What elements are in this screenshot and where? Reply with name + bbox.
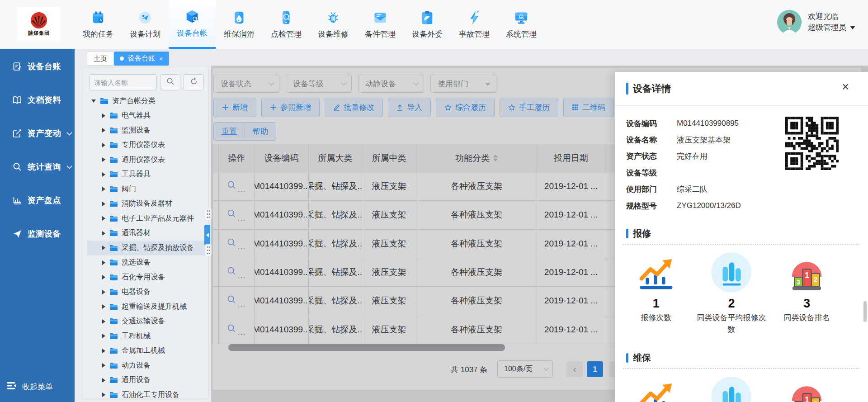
top-nav-item[interactable]: 系统管理 <box>498 0 545 49</box>
tree-node[interactable]: 电子工业产品及元器件 <box>87 211 206 226</box>
magnifier-icon[interactable] <box>227 238 236 250</box>
page-size-select[interactable]: 100条/页 <box>497 360 553 378</box>
sidebar-item-label: 统计查询 <box>28 161 61 172</box>
help-button[interactable]: 帮助 <box>245 123 276 140</box>
tree-node[interactable]: 通讯器材 <box>87 226 206 241</box>
tree-node[interactable]: 阀门 <box>87 182 206 197</box>
magnifier-icon[interactable] <box>227 266 236 278</box>
toolbar-button[interactable]: 批量修改 <box>325 98 383 117</box>
sidebar-item[interactable]: 文档资料 <box>0 83 75 117</box>
top-nav-item[interactable]: 设备外委 <box>404 0 451 49</box>
top-nav-item[interactable]: 备件管理 <box>357 0 404 49</box>
chevron-down-icon <box>66 163 72 169</box>
magnifier-icon[interactable] <box>227 209 236 221</box>
caret-right-icon <box>102 290 105 294</box>
toolbar-button[interactable]: 新增 <box>213 98 256 117</box>
magnifier-icon[interactable] <box>227 324 236 336</box>
tree-node[interactable]: 电器设备 <box>87 285 206 300</box>
more-actions-icon[interactable]: ... <box>237 328 245 337</box>
filter-select[interactable]: 设备等级 <box>286 75 352 93</box>
tree-node[interactable]: 工程机械 <box>87 329 206 344</box>
tree-node[interactable]: 消防设备及器材 <box>87 197 206 212</box>
tree-node[interactable]: 金属加工机械 <box>87 344 206 359</box>
collapse-menu-button[interactable]: 收起菜单 <box>7 382 53 392</box>
toolbar-button[interactable]: 综合履历 <box>436 98 495 117</box>
tree-node[interactable]: 洗选设备 <box>87 255 206 270</box>
more-actions-icon[interactable]: ... <box>237 185 245 194</box>
search-icon <box>12 161 23 172</box>
plan-icon <box>137 9 153 26</box>
cell-major-class: 采掘、钻探及... <box>309 201 362 229</box>
sort-icon[interactable] <box>493 155 498 161</box>
close-icon[interactable]: × <box>159 55 163 62</box>
filter-select[interactable]: 使用部门 <box>430 75 496 93</box>
panel-collapse-arrow[interactable] <box>204 225 210 246</box>
filter-select[interactable]: 动静设备 <box>358 75 424 93</box>
tree-node[interactable]: 石化专用设备 <box>87 270 206 285</box>
reset-button[interactable]: 重置 <box>214 123 245 140</box>
drawer-title: 设备详情 <box>633 82 671 95</box>
user-menu-caret-icon[interactable] <box>850 26 855 29</box>
more-actions-icon[interactable]: ... <box>237 213 245 223</box>
toolbar-button[interactable]: 二维码 <box>563 98 614 117</box>
tree-node[interactable]: 电气器具 <box>87 109 206 123</box>
drawer-scrollbar[interactable] <box>863 301 867 322</box>
horizontal-scrollbar[interactable] <box>228 344 505 351</box>
user-area[interactable]: 欢迎光临 超级管理员 <box>777 10 855 34</box>
top-nav-item[interactable]: 设备台帐 <box>169 0 216 49</box>
tab-equipment-ledger[interactable]: 设备台账 × <box>114 52 169 66</box>
tree-node[interactable]: 工具器具 <box>87 167 206 182</box>
top-nav-item[interactable]: 我的任务 <box>75 0 122 49</box>
top-nav-item[interactable]: 维保润滑 <box>216 0 263 49</box>
toolbar-button[interactable]: 参照新增 <box>261 98 320 117</box>
tree-node[interactable]: 交通运输设备 <box>87 314 206 329</box>
tree-node[interactable]: 监测设备 <box>87 123 206 138</box>
plus-icon <box>270 104 277 111</box>
splitter-handle[interactable] <box>205 244 212 256</box>
col-header-function-class[interactable]: 功能分类 <box>416 144 537 172</box>
top-nav-item[interactable]: 事故管理 <box>451 0 498 49</box>
cell-mid-class: 液压支架 <box>362 172 416 201</box>
tree-search-button[interactable] <box>160 74 180 90</box>
sidebar-item[interactable]: 资产盘点 <box>0 184 75 217</box>
tree-search-input[interactable] <box>89 74 157 90</box>
more-actions-icon[interactable]: ... <box>237 271 245 280</box>
tree-node[interactable]: 通用设备 <box>87 373 206 388</box>
sidebar-item[interactable]: 资产变动 <box>0 117 75 150</box>
tree-node[interactable]: 起重输送及提升机械 <box>87 299 206 314</box>
caret-right-icon <box>102 319 105 324</box>
toolbar-button[interactable]: 导入 <box>388 98 431 117</box>
tree-node[interactable]: 采掘、钻探及抽放设备 <box>87 241 206 255</box>
cell-major-class: 采掘、钻探及... <box>309 287 362 315</box>
tree-node[interactable]: 通用仪器仪表 <box>87 152 206 167</box>
more-actions-icon[interactable]: ... <box>237 299 245 309</box>
top-nav-item[interactable]: 点检管理 <box>263 0 310 49</box>
folder-icon <box>109 392 118 398</box>
tree-node[interactable]: 专用仪器仪表 <box>87 138 206 153</box>
magnifier-icon[interactable] <box>227 180 236 192</box>
folder-icon <box>109 333 118 340</box>
tree-refresh-button[interactable] <box>184 74 204 90</box>
cell-major-class: 采掘、钻探及... <box>309 258 362 287</box>
close-icon[interactable]: × <box>842 81 849 93</box>
tree-root-node[interactable]: 资产台帐分类 <box>87 94 206 109</box>
chevron-down-icon <box>341 80 347 85</box>
current-page-button[interactable]: 1 <box>587 361 603 377</box>
stat-label: 报修次数 <box>621 312 691 324</box>
tree-node[interactable]: 石油化工专用设备 <box>87 388 206 398</box>
magnifier-icon[interactable] <box>227 295 236 307</box>
caret-right-icon <box>102 363 105 368</box>
top-nav-item[interactable]: 设备维修 <box>310 0 357 49</box>
cell-mid-class: 液压支架 <box>362 201 416 229</box>
splitter-handle[interactable] <box>205 208 212 220</box>
prev-page-button[interactable]: ‹ <box>566 361 583 377</box>
tab-home[interactable]: 主页 <box>87 52 114 66</box>
more-actions-icon[interactable]: ... <box>237 242 245 251</box>
sidebar-item[interactable]: 监测设备 <box>0 217 75 251</box>
sidebar-item[interactable]: 统计查询 <box>0 150 75 184</box>
toolbar-button[interactable]: 手工履历 <box>500 98 558 117</box>
tree-node[interactable]: 动力设备 <box>87 358 206 373</box>
sidebar-item[interactable]: 设备台账 <box>0 50 75 83</box>
top-nav-item[interactable]: 设备计划 <box>122 0 169 49</box>
filter-select[interactable]: 设备状态 <box>213 75 279 93</box>
